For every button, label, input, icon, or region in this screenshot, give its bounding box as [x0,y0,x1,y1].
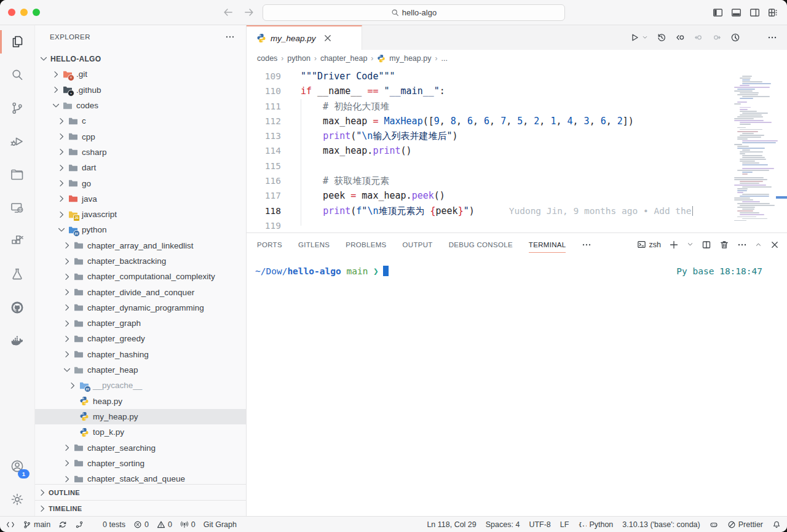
status-item-prettier[interactable]: Prettier [727,520,763,529]
terminal-shell-selector[interactable]: zsh [637,240,661,249]
gitlens-next-icon[interactable] [712,33,722,42]
terminal[interactable]: ~/Dow/hello-algo main ❯ Py base 18:18:47 [247,256,787,516]
commit-graph-icon[interactable] [730,33,740,42]
tree-item[interactable]: chapter_graph [35,316,246,331]
gitlens-prev-icon[interactable] [694,33,703,42]
run-icon[interactable] [630,33,639,42]
split-editor-icon[interactable] [749,33,759,42]
layout-sidebar-right-icon[interactable] [749,7,760,18]
tree-item[interactable]: ●.github [35,82,246,98]
status-item-0[interactable]: 0 [133,520,149,529]
breadcrumb-item[interactable]: ... [441,54,447,63]
activity-item-testing[interactable] [0,258,34,291]
activity-item-remote-explorer[interactable] [0,191,34,224]
status-item-python[interactable]: {..}Python [578,520,613,529]
tree-item[interactable]: csharp [35,145,246,160]
panel-more-actions-icon[interactable] [737,240,747,250]
status-item-utf-8[interactable]: UTF-8 [529,520,550,529]
breadcrumb-item[interactable]: my_heap.py [377,54,431,63]
tree-item[interactable]: chapter_heap [35,362,246,378]
zoom-window-button[interactable] [33,9,40,16]
status-item-3-10-13-base-conda[interactable]: 3.10.13 ('base': conda) [622,520,700,529]
status-item-lf[interactable]: LF [560,520,569,529]
status-item-0[interactable]: 0 [157,520,172,529]
tree-item[interactable]: chapter_computational_complexity [35,269,246,284]
tree-item[interactable]: go [35,175,246,191]
close-tab-icon[interactable] [323,33,333,43]
breadcrumb-item[interactable]: chapter_heap [320,54,367,63]
status-item-main[interactable]: main [23,520,50,529]
status-item[interactable] [75,520,84,529]
panel-more-tabs-icon[interactable] [582,240,591,250]
activity-item-account[interactable]: 1 [0,450,34,483]
status-item[interactable] [58,520,67,529]
activity-item-settings[interactable] [0,483,34,516]
status-item-0[interactable]: 0 [180,520,196,529]
tree-item[interactable]: c [35,113,246,129]
close-panel-icon[interactable] [770,240,780,250]
navigate-forward-icon[interactable] [243,7,255,18]
tree-item[interactable]: chapter_hashing [35,347,246,362]
activity-item-docker[interactable] [0,324,34,357]
tree-item[interactable]: chapter_sorting [35,456,246,471]
customize-layout-icon[interactable] [768,7,778,18]
minimap[interactable] [734,76,778,223]
tree-item[interactable]: HELLO-ALGO [35,51,246,66]
panel-tab-ports[interactable]: PORTS [257,233,282,256]
tree-item[interactable]: cpp [35,129,246,144]
command-center-search[interactable]: hello-algo [263,4,565,21]
tree-item[interactable]: chapter_array_and_linkedlist [35,238,246,253]
file-history-icon[interactable] [657,33,666,42]
gitlens-back-icon[interactable] [675,33,685,42]
tree-item[interactable]: chapter_searching [35,440,246,455]
more-actions-icon[interactable] [767,33,777,42]
activity-item-source-control[interactable] [0,92,34,125]
split-terminal-icon[interactable] [702,240,711,250]
tree-item[interactable]: chapter_greedy [35,331,246,346]
status-item-spaces-4[interactable]: Spaces: 4 [486,520,520,529]
explorer-more-actions-icon[interactable] [225,32,235,42]
status-item[interactable] [772,520,781,529]
panel-tab-output[interactable]: OUTPUT [403,233,433,256]
navigate-back-icon[interactable] [223,7,234,18]
status-item-0-tests[interactable]: 0 tests [92,520,125,529]
status-item[interactable] [6,520,15,529]
panel-tab-terminal[interactable]: TERMINAL [529,233,566,256]
tree-item[interactable]: py__pycache__ [35,378,246,393]
tree-item[interactable]: codes [35,98,246,113]
tree-item[interactable]: chapter_backtracking [35,253,246,269]
tab-my-heap[interactable]: my_heap.py [247,25,362,50]
layout-panel-icon[interactable] [731,7,742,18]
tree-item[interactable]: JSjavascript [35,207,246,222]
tree-item[interactable]: ⑂.git [35,66,246,82]
tree-item[interactable]: dart [35,160,246,175]
status-item-git-graph[interactable]: Git Graph [204,520,237,529]
activity-item-search[interactable] [0,58,34,92]
status-item-ln-118-col-29[interactable]: Ln 118, Col 29 [427,520,476,529]
panel-tab-gitlens[interactable]: GITLENS [298,233,330,256]
activity-item-github[interactable] [0,291,34,324]
tree-item[interactable]: java [35,191,246,207]
activity-item-project-folder[interactable] [0,158,34,191]
new-terminal-icon[interactable] [669,240,679,250]
panel-tab-debug-console[interactable]: DEBUG CONSOLE [449,233,513,256]
tree-item[interactable]: my_heap.py [35,409,246,424]
activity-item-extensions[interactable] [0,224,34,258]
outline-section[interactable]: OUTLINE [35,484,246,500]
breadcrumb-item[interactable]: codes [257,54,277,63]
kill-terminal-icon[interactable] [719,240,729,250]
minimize-window-button[interactable] [20,9,28,16]
close-window-button[interactable] [8,9,15,16]
terminal-dropdown-icon[interactable] [687,241,694,248]
tree-item[interactable]: pypython [35,222,246,237]
run-dropdown-icon[interactable] [642,34,648,41]
tree-item[interactable]: chapter_stack_and_queue [35,471,246,484]
activity-item-run-debug[interactable] [0,125,34,158]
tree-item[interactable]: heap.py [35,394,246,409]
timeline-section[interactable]: TIMELINE [35,500,246,516]
status-item[interactable] [710,520,718,529]
layout-sidebar-left-icon[interactable] [713,7,723,18]
activity-item-explorer[interactable] [0,25,34,58]
code-editor[interactable]: 109"""Driver Code"""110if __name__ == "_… [247,67,787,232]
panel-tab-problems[interactable]: PROBLEMS [346,233,386,256]
